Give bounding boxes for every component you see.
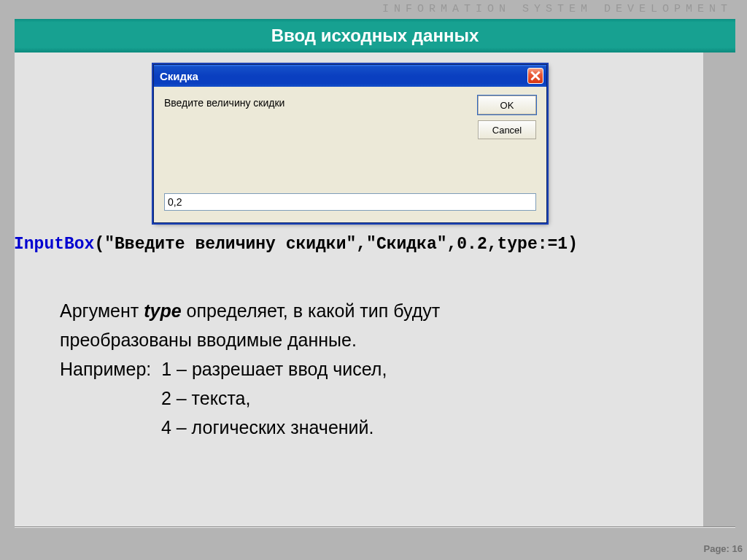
example-line2: 2 – текста, bbox=[60, 384, 643, 413]
header-tagline: INFORMATION SYSTEM DEVELOPMENT bbox=[382, 3, 732, 15]
para-line2: преобразованы вводимые данные. bbox=[60, 325, 643, 354]
close-icon bbox=[530, 71, 541, 81]
dialog-buttons: OK Cancel bbox=[478, 96, 536, 139]
code-line: InputBox("Введите величину скидки","Скид… bbox=[14, 235, 578, 254]
dialog-titlebar[interactable]: Скидка bbox=[154, 65, 546, 87]
page-number: Page: 16 bbox=[704, 543, 743, 554]
dialog-input-row bbox=[164, 193, 536, 211]
dialog-body: Введите величину скидки OK Cancel bbox=[154, 87, 546, 222]
example-line1: Например: 1 – разрешает ввод чисел, bbox=[60, 354, 643, 384]
close-button[interactable] bbox=[527, 68, 543, 84]
code-arguments: ("Введите величину скидки","Скидка",0.2,… bbox=[94, 235, 578, 254]
cancel-button[interactable]: Cancel bbox=[478, 120, 536, 139]
content-panel: Скидка Введите величину скидки OK Cancel… bbox=[15, 52, 703, 526]
argument-name: type bbox=[144, 300, 181, 321]
code-function-name: InputBox bbox=[14, 235, 94, 254]
para-line1: Аргумент type определяет, в какой тип бу… bbox=[60, 296, 643, 325]
title-band: Ввод исходных данных bbox=[15, 19, 735, 52]
bottom-divider bbox=[15, 526, 735, 528]
right-margin-stripe bbox=[703, 52, 735, 528]
explanation-paragraph: Аргумент type определяет, в какой тип бу… bbox=[60, 296, 643, 442]
ok-button[interactable]: OK bbox=[478, 96, 536, 114]
example-line3: 4 – логических значений. bbox=[60, 413, 643, 442]
dialog-input[interactable] bbox=[164, 193, 536, 211]
inputbox-dialog: Скидка Введите величину скидки OK Cancel bbox=[153, 64, 547, 223]
dialog-title: Скидка bbox=[160, 70, 198, 82]
slide-title: Ввод исходных данных bbox=[271, 26, 479, 46]
